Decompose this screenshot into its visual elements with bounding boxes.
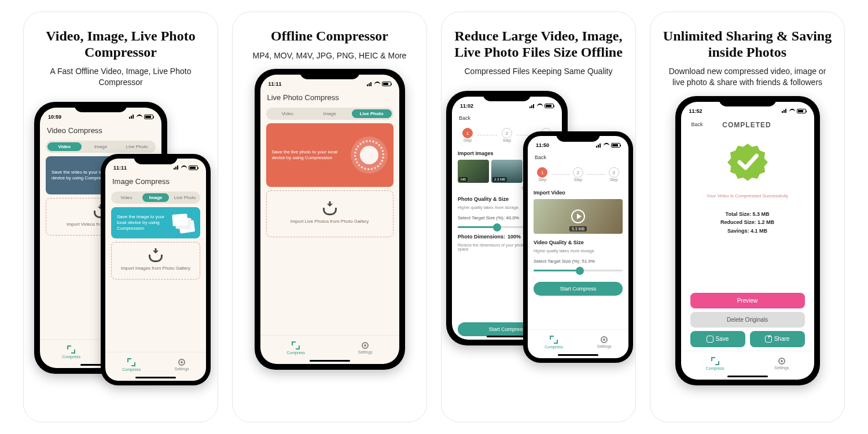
import-dropzone[interactable]: Import Images from Photo Gallery xyxy=(111,242,200,279)
phone-mock-completed: 11:52 Back COMPLETED Your Video is Compr… xyxy=(675,96,820,385)
screen-title: Live Photo Compress xyxy=(267,93,393,102)
share-button[interactable]: Share xyxy=(750,331,805,347)
battery-icon xyxy=(382,82,391,86)
battery-icon xyxy=(545,104,554,108)
success-check-icon xyxy=(727,141,768,182)
compress-icon xyxy=(292,341,300,350)
nav-settings[interactable]: Settings xyxy=(358,342,372,354)
success-message: Your Video is Compressed Successfully xyxy=(690,193,805,198)
segmented-control[interactable]: Video Image Live Photo xyxy=(46,141,156,153)
tab-live-photo[interactable]: Live Photo xyxy=(120,142,154,151)
status-time: 11:52 xyxy=(689,108,703,114)
gear-icon xyxy=(178,359,185,366)
phone-mock-live: 11:11 Live Photo Compress Video Image Li… xyxy=(255,69,405,370)
hero-text: Save the live photo to your local device… xyxy=(272,149,346,161)
thumb[interactable]: MB xyxy=(458,160,489,183)
nav-compress[interactable]: Compress xyxy=(706,357,724,370)
step-2: 2Step xyxy=(569,167,587,182)
screen-title: Video Compress xyxy=(47,126,156,135)
gear-icon xyxy=(778,358,785,365)
home-indicator xyxy=(487,336,527,337)
back-button[interactable]: Back xyxy=(458,114,556,123)
completed-title: COMPLETED xyxy=(707,121,788,129)
screenshot-panel-3: Reduce Large Video, Image, Live Photo Fi… xyxy=(441,12,636,422)
status-time: 11:02 xyxy=(460,103,473,109)
segmented-control[interactable]: Video Image Live Photo xyxy=(266,108,393,120)
home-indicator xyxy=(727,376,768,377)
tab-image[interactable]: Image xyxy=(142,193,170,202)
screenshot-panel-4: Unlimited Sharing & Saving inside Photos… xyxy=(650,12,845,422)
compress-icon xyxy=(711,357,719,365)
import-dropzone[interactable]: Import Live Photos from Photo Gallery xyxy=(266,190,393,237)
back-button[interactable]: Back xyxy=(690,120,703,130)
wifi-icon xyxy=(181,165,187,170)
nav-settings[interactable]: Settings xyxy=(174,359,189,371)
thumb[interactable]: 2.3 MB xyxy=(491,160,523,183)
step-3: 3Step xyxy=(605,167,623,182)
nav-compress[interactable]: Compress xyxy=(122,358,141,372)
tab-video[interactable]: Video xyxy=(47,142,82,151)
wifi-icon xyxy=(537,104,543,108)
phone-mock-image: 11:11 Image Compress Video Image Live Ph… xyxy=(101,154,211,385)
status-time: 10:59 xyxy=(48,114,61,120)
screen-title: Image Compress xyxy=(112,177,200,186)
import-icon xyxy=(149,251,163,262)
nav-compress[interactable]: Compress xyxy=(62,345,80,359)
nav-settings[interactable]: Settings xyxy=(774,358,789,370)
reduced-size: Reduced Size: 1.2 MB xyxy=(690,218,805,226)
compress-icon xyxy=(550,336,558,344)
panel-subtitle: Download new compressed video, image or … xyxy=(661,66,834,88)
signal-icon xyxy=(367,82,373,86)
tab-live-photo[interactable]: Live Photo xyxy=(171,193,198,202)
vquality-head: Video Quality & Size xyxy=(534,240,623,245)
panel-subtitle: A Fast Offline Video, Image, Live Photo … xyxy=(34,66,207,88)
svg-marker-0 xyxy=(727,144,768,181)
tab-image[interactable]: Image xyxy=(310,109,350,118)
tab-video[interactable]: Video xyxy=(268,109,308,118)
wifi-icon xyxy=(604,143,609,148)
result-stats: Total Size: 5.3 MB Reduced Size: 1.2 MB … xyxy=(690,210,805,235)
battery-icon xyxy=(189,165,198,170)
nav-compress[interactable]: Compress xyxy=(545,336,563,349)
delete-originals-button[interactable]: Delete Originals xyxy=(690,312,805,328)
signal-icon xyxy=(529,104,535,108)
tab-image[interactable]: Image xyxy=(84,142,118,151)
panel-title: Unlimited Sharing & Saving inside Photos xyxy=(661,28,834,60)
signal-icon xyxy=(174,165,179,170)
start-compress-button[interactable]: Start Compress xyxy=(534,282,623,296)
stepper: 1Step 2Step 3Step xyxy=(534,167,623,182)
segmented-control[interactable]: Video Image Live Photo xyxy=(111,192,200,204)
step-1: 1Step xyxy=(458,128,477,142)
signal-icon xyxy=(782,109,788,113)
nav-settings[interactable]: Settings xyxy=(597,336,611,348)
total-size: Total Size: 5.3 MB xyxy=(690,210,805,218)
signal-icon xyxy=(129,115,135,119)
panel-title: Offline Compressor xyxy=(271,28,388,45)
tab-video[interactable]: Video xyxy=(113,193,140,202)
import-icon xyxy=(323,204,337,215)
battery-icon xyxy=(797,109,806,113)
save-button[interactable]: Save xyxy=(690,331,745,347)
wifi-icon xyxy=(137,115,142,119)
step-2: 2Step xyxy=(497,128,517,142)
vquality-sub: Higher quality takes more storage. xyxy=(534,249,623,253)
vtarget-slider[interactable] xyxy=(534,270,623,271)
back-button[interactable]: Back xyxy=(534,153,623,163)
home-indicator xyxy=(558,354,598,356)
share-icon xyxy=(765,336,772,343)
video-thumbnail[interactable]: 5.3 MB xyxy=(534,199,623,234)
import-label: Import Live Photos from Photo Gallery xyxy=(290,219,369,224)
video-size-badge: 5.3 MB xyxy=(569,226,587,231)
status-time: 11:50 xyxy=(536,142,549,148)
panel-subtitle: MP4, MOV, M4V, JPG, PNG, HEIC & More xyxy=(249,50,410,61)
compress-icon xyxy=(127,358,135,366)
status-time: 11:11 xyxy=(269,81,282,87)
status-time: 11:11 xyxy=(113,165,127,171)
photo-stack-icon xyxy=(171,213,194,233)
hero-text: Save the image to your local device by u… xyxy=(117,214,167,231)
play-icon xyxy=(571,209,585,223)
nav-compress[interactable]: Compress xyxy=(286,341,305,355)
step-1: 1Step xyxy=(534,167,551,182)
tab-live-photo[interactable]: Live Photo xyxy=(352,109,392,118)
preview-button[interactable]: Preview xyxy=(690,293,805,308)
